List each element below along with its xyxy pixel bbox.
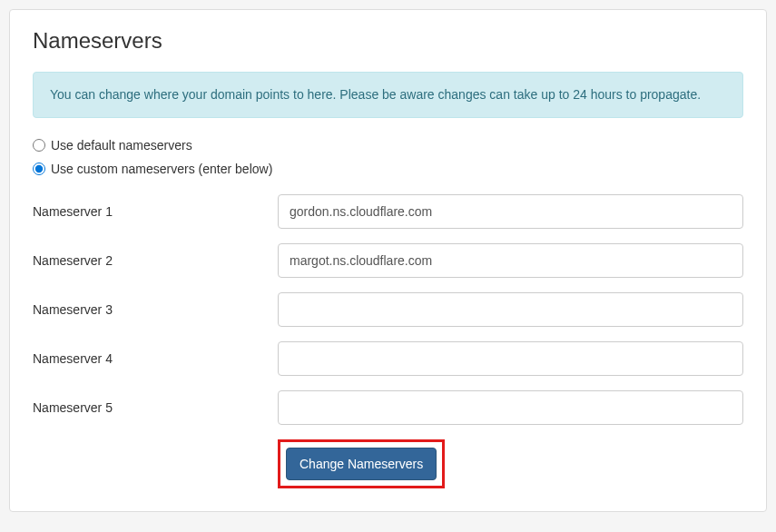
nameserver-3-input[interactable] xyxy=(278,292,743,327)
nameserver-row-5: Nameserver 5 xyxy=(33,390,743,425)
nameserver-row-4: Nameserver 4 xyxy=(33,341,743,376)
radio-custom-item: Use custom nameservers (enter below) xyxy=(33,162,743,176)
nameserver-4-input[interactable] xyxy=(278,341,743,376)
nameserver-5-input[interactable] xyxy=(278,390,743,425)
nameserver-5-label: Nameserver 5 xyxy=(33,400,278,415)
highlight-box: Change Nameservers xyxy=(278,439,445,488)
nameservers-panel: Nameservers You can change where your do… xyxy=(9,9,767,512)
nameserver-4-label: Nameserver 4 xyxy=(33,351,278,366)
nameserver-row-2: Nameserver 2 xyxy=(33,243,743,278)
nameserver-2-label: Nameserver 2 xyxy=(33,253,278,268)
nameserver-row-1: Nameserver 1 xyxy=(33,194,743,229)
nameserver-1-input[interactable] xyxy=(278,194,743,229)
nameserver-3-label: Nameserver 3 xyxy=(33,302,278,317)
submit-row: Change Nameservers xyxy=(33,439,743,488)
radio-default[interactable] xyxy=(33,139,45,152)
nameserver-row-3: Nameserver 3 xyxy=(33,292,743,327)
change-nameservers-button[interactable]: Change Nameservers xyxy=(286,448,437,480)
radio-custom-label[interactable]: Use custom nameservers (enter below) xyxy=(51,162,272,176)
info-alert: You can change where your domain points … xyxy=(33,72,743,118)
nameserver-2-input[interactable] xyxy=(278,243,743,278)
panel-heading: Nameservers xyxy=(33,28,743,54)
radio-custom[interactable] xyxy=(33,163,45,175)
nameserver-mode-radios: Use default nameservers Use custom names… xyxy=(33,138,743,176)
nameserver-1-label: Nameserver 1 xyxy=(33,204,278,219)
radio-default-item: Use default nameservers xyxy=(33,138,743,153)
radio-default-label[interactable]: Use default nameservers xyxy=(51,138,192,153)
